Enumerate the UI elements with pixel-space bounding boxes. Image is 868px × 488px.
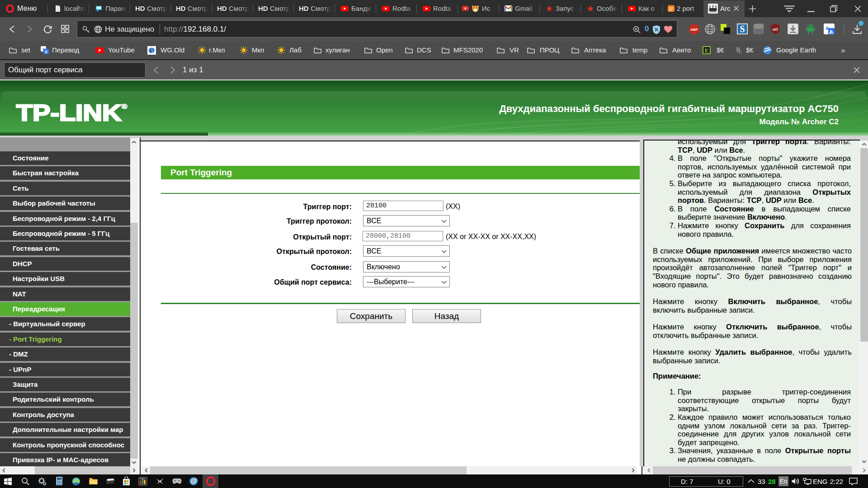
svg-text:E: E (705, 47, 709, 54)
svg-text:あ: あ (829, 29, 834, 34)
svg-text:a: a (826, 25, 829, 31)
svg-text:ABP: ABP (691, 28, 698, 32)
svg-text:G: G (739, 50, 742, 54)
svg-text:S: S (740, 24, 745, 34)
svg-text:uO: uO (773, 27, 778, 32)
